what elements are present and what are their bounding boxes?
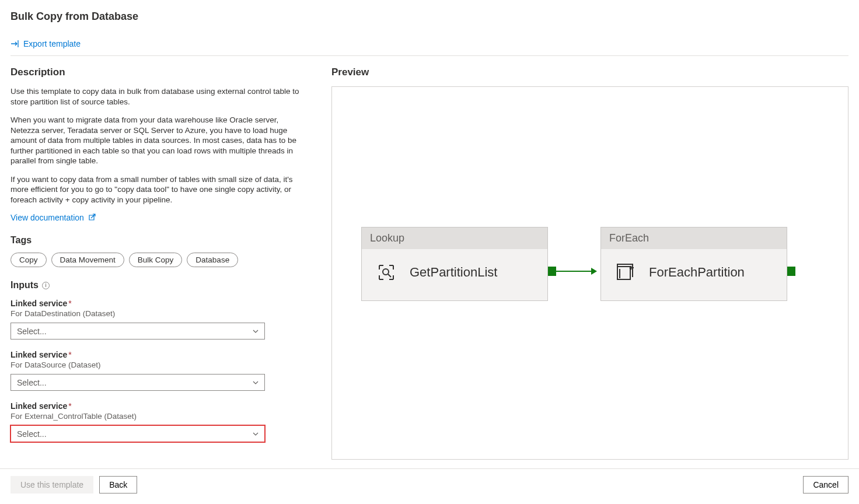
input-label-2: Linked service — [11, 350, 67, 359]
description-para-2: When you want to migrate data from your … — [11, 115, 308, 166]
required-asterisk: * — [68, 350, 71, 359]
input-group-datasource: Linked service* For DataSource (Dataset)… — [11, 350, 308, 391]
connector-line — [556, 271, 591, 272]
activity-lookup[interactable]: Lookup GetPartitionList — [361, 227, 548, 301]
tags-row: Copy Data Movement Bulk Copy Database — [11, 253, 308, 267]
select-placeholder-1: Select... — [17, 327, 47, 336]
connector-handle-out[interactable] — [548, 267, 556, 276]
inputs-heading: Inputs i — [11, 280, 308, 290]
back-button[interactable]: Back — [99, 476, 137, 494]
description-heading: Description — [11, 66, 308, 78]
external-link-icon — [88, 214, 96, 222]
arrow-head-icon — [591, 268, 597, 275]
input-label-3: Linked service — [11, 401, 67, 411]
chevron-down-icon — [253, 328, 259, 334]
lookup-icon — [375, 261, 398, 284]
activity-foreach-name: ForEachPartition — [649, 265, 745, 280]
description-para-1: Use this template to copy data in bulk f… — [11, 86, 308, 107]
chevron-down-icon — [253, 431, 259, 437]
description-para-3: If you want to copy data from a small nu… — [11, 174, 308, 205]
page-title: Bulk Copy from Database — [0, 0, 859, 25]
input-sublabel-1: For DataDestination (Dataset) — [11, 309, 308, 318]
toolbar: Export template — [0, 25, 859, 55]
select-controltable[interactable]: Select... — [11, 425, 265, 442]
inputs-heading-label: Inputs — [11, 280, 39, 290]
select-placeholder-2: Select... — [17, 378, 47, 387]
view-documentation-label: View documentation — [11, 213, 84, 222]
select-datasource[interactable]: Select... — [11, 374, 265, 391]
required-asterisk: * — [68, 401, 71, 411]
input-group-datadestination: Linked service* For DataDestination (Dat… — [11, 299, 308, 340]
preview-heading: Preview — [331, 66, 848, 78]
activity-lookup-name: GetPartitionList — [410, 265, 497, 280]
export-template-link[interactable]: Export template — [11, 39, 81, 48]
tags-heading: Tags — [11, 235, 308, 246]
preview-canvas[interactable]: Lookup GetPartitionList ForEach — [331, 86, 848, 460]
foreach-icon — [614, 261, 637, 284]
activity-foreach-type: ForEach — [601, 228, 787, 249]
required-asterisk: * — [68, 299, 71, 308]
view-documentation-link[interactable]: View documentation — [11, 213, 96, 222]
cancel-button[interactable]: Cancel — [803, 476, 848, 494]
tag-copy[interactable]: Copy — [11, 253, 47, 267]
svg-point-0 — [383, 269, 389, 275]
info-icon[interactable]: i — [42, 282, 50, 289]
footer: Use this template Back Cancel — [0, 468, 859, 504]
select-placeholder-3: Select... — [17, 429, 47, 439]
activity-foreach[interactable]: ForEach ForEachPartition — [600, 227, 787, 301]
use-this-template-button: Use this template — [11, 476, 93, 494]
input-label-1: Linked service — [11, 299, 67, 308]
tag-data-movement[interactable]: Data Movement — [51, 253, 124, 267]
tag-bulk-copy[interactable]: Bulk Copy — [129, 253, 183, 267]
input-sublabel-2: For DataSource (Dataset) — [11, 360, 308, 369]
activity-lookup-type: Lookup — [362, 228, 547, 249]
tag-database[interactable]: Database — [187, 253, 238, 267]
select-datadestination[interactable]: Select... — [11, 323, 265, 340]
connector-handle-out-2[interactable] — [787, 267, 795, 276]
chevron-down-icon — [253, 380, 259, 386]
export-icon — [11, 40, 20, 48]
input-group-controltable: Linked service* For External_ControlTabl… — [11, 401, 308, 442]
input-sublabel-3: For External_ControlTable (Dataset) — [11, 412, 308, 421]
export-template-label: Export template — [23, 39, 81, 48]
